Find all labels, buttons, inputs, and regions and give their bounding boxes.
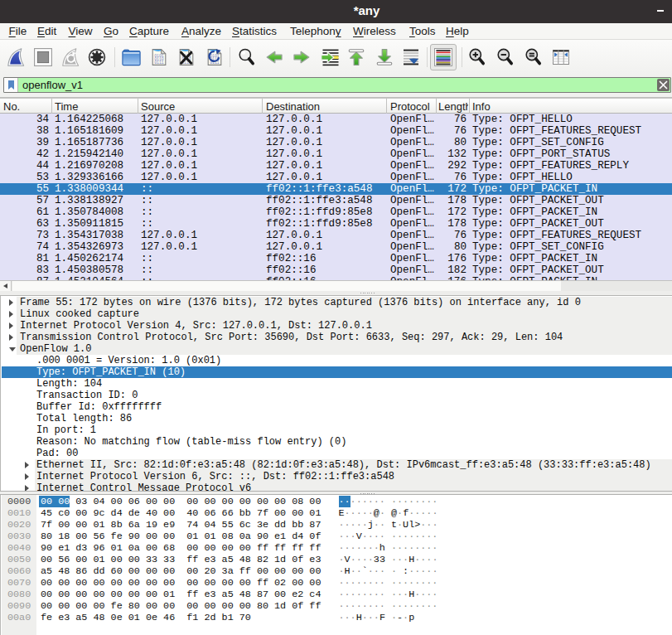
svg-text:0111: 0111 bbox=[154, 61, 164, 65]
